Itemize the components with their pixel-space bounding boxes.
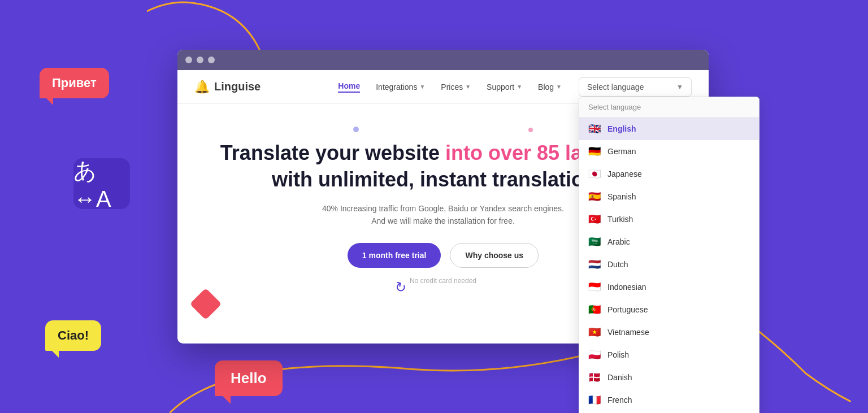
flag-vi: 🇻🇳 [588,326,601,338]
flag-ja: 🇯🇵 [588,168,601,180]
hero-dot-left [353,127,359,132]
lang-option-japanese[interactable]: 🇯🇵 Japanese [579,163,759,185]
lang-option-danish[interactable]: 🇩🇰 Danish [579,366,759,389]
chevron-down-icon: ▼ [676,83,683,91]
bubble-privet: Привет [40,68,109,98]
flag-pt: 🇵🇹 [588,303,601,316]
lang-option-arabic[interactable]: 🇸🇦 Arabic [579,231,759,253]
lang-label-portuguese: Portuguese [607,305,648,314]
lang-label-spanish: Spanish [607,192,636,201]
lang-label-japanese: Japanese [607,169,642,179]
language-selector[interactable]: Select language ▼ [579,77,692,97]
logo-icon: 🔔 [194,80,210,94]
dropdown-header: Select language [579,97,759,118]
nav-integrations[interactable]: Integrations ▼ [376,82,425,92]
navbar: 🔔 Linguise Home Integrations ▼ Prices ▼ … [177,70,709,104]
nav-blog[interactable]: Blog ▼ [538,82,562,92]
nav-home[interactable]: Home [338,81,360,93]
browser-dot-2 [197,56,203,63]
bubble-hello: Hello [215,360,283,396]
lang-option-polish[interactable]: 🇵🇱 Polish [579,344,759,366]
lang-label-polish: Polish [607,350,629,359]
flag-ar: 🇸🇦 [588,236,601,248]
browser-titlebar [177,50,709,70]
bubble-ciao: Ciao! [45,320,101,351]
lang-option-turkish[interactable]: 🇹🇷 Turkish [579,208,759,231]
chevron-down-icon: ▼ [556,84,562,90]
language-selector-wrapper: Select language ▼ Select language 🇬🇧 Eng… [579,77,692,97]
hero-dot-right [528,128,533,132]
lang-label-vietnamese: Vietnamese [607,328,649,337]
lang-label-arabic: Arabic [607,237,630,246]
chevron-down-icon: ▼ [465,84,471,90]
translate-icon: あ↔A [73,155,130,212]
lang-option-french[interactable]: 🇫🇷 French [579,389,759,411]
nav-links: Home Integrations ▼ Prices ▼ Support ▼ B… [338,81,562,93]
lang-label-danish: Danish [607,373,632,382]
logo[interactable]: 🔔 Linguise [194,80,261,94]
flag-es: 🇪🇸 [588,190,601,203]
lang-option-vietnamese[interactable]: 🇻🇳 Vietnamese [579,321,759,344]
nav-prices[interactable]: Prices ▼ [441,82,471,92]
flag-da: 🇩🇰 [588,371,601,384]
choose-us-button[interactable]: Why choose us [450,243,539,268]
lang-label-english: English [607,124,636,133]
trial-button[interactable]: 1 month free trial [348,243,441,268]
language-selector-label: Select language [587,82,644,92]
flag-pl: 🇵🇱 [588,349,601,361]
flag-nl: 🇳🇱 [588,258,601,271]
browser-window: 🔔 Linguise Home Integrations ▼ Prices ▼ … [177,50,709,344]
flag-tr: 🇹🇷 [588,213,601,225]
flag-id: 🇮🇩 [588,281,601,293]
lang-label-french: French [607,395,632,405]
lang-option-german[interactable]: 🇩🇪 German [579,140,759,163]
logo-text: Linguise [214,80,261,93]
lang-option-indonesian[interactable]: 🇮🇩 Indonesian [579,276,759,298]
browser-dot-3 [208,56,215,63]
translate-icon-box: あ↔A [73,158,130,209]
lang-option-spanish[interactable]: 🇪🇸 Spanish [579,185,759,208]
flag-de: 🇩🇪 [588,145,601,158]
lang-option-italian[interactable]: 🇮🇹 Italian [579,411,759,414]
language-dropdown: Select language 🇬🇧 English 🇩🇪 German 🇯🇵 … [579,97,760,414]
chevron-down-icon: ▼ [517,84,522,90]
lang-label-dutch: Dutch [607,260,628,269]
lang-label-german: German [607,147,636,156]
lang-label-turkish: Turkish [607,215,633,224]
nav-support[interactable]: Support ▼ [487,82,522,92]
lang-label-indonesian: Indonesian [607,282,646,292]
chevron-down-icon: ▼ [419,84,425,90]
flag-en: 🇬🇧 [588,123,601,135]
flag-fr: 🇫🇷 [588,394,601,406]
lang-option-portuguese[interactable]: 🇵🇹 Portuguese [579,298,759,321]
lang-option-dutch[interactable]: 🇳🇱 Dutch [579,253,759,276]
browser-dot-1 [185,56,192,63]
lang-option-english[interactable]: 🇬🇧 English [579,118,759,140]
